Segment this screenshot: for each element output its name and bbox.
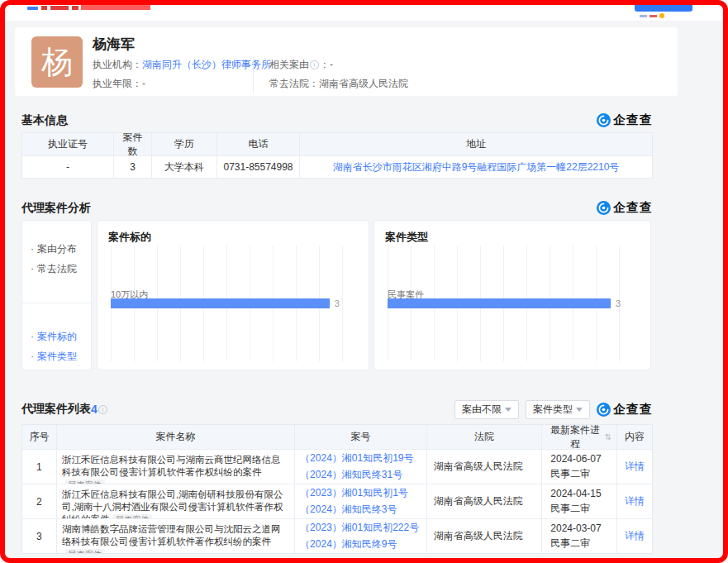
sidebar-item-cause-distribution[interactable]: 案由分布 [22,239,91,259]
sidebar-item-case-type[interactable]: 案件类型 [22,346,91,366]
account-link-fragment[interactable] [640,15,647,17]
chart-case-type: 案件类型 民事案件 3 [374,220,651,370]
case-type-tag: 民事案件 [112,514,152,518]
case-list-header: 代理案件列表4 案由不限 案件类型 企查查 [21,399,653,419]
court-cell: 湖南省高级人民法院 [427,450,543,484]
search-button-fragment[interactable] [635,5,692,12]
nav-text-fragment [72,6,79,10]
avatar: 杨 [31,36,83,88]
case-number-link[interactable]: （2024）湘知民终3号 [300,503,397,517]
case-number-cell: （2023）湘01知民初1号 （2024）湘知民终3号 [295,484,427,518]
address-link[interactable]: 湖南省长沙市雨花区湘府中路9号融程国际广场第一幢22层2210号 [333,160,620,174]
table-row: 3 湖南博皓数字品牌运营管理有限公司与沈阳云之道网络科技有限公司侵害计算机软件著… [22,518,652,553]
basic-info-table: 执业证号 案件数 学历 电话 地址 - 3 大学本科 0731-85574998… [21,132,653,179]
col-header-progress[interactable]: 最新案件进程⇅ [542,425,617,449]
court-cell: 湖南省高级人民法院 [427,484,543,518]
col-header-phone: 电话 [217,133,300,155]
progress-stage: 民事二审 [550,502,590,516]
sidebar-item-case-amount[interactable]: 案件标的 [22,327,91,346]
col-header-case-name: 案件名称 [57,425,295,449]
case-name-cell: 湖南博皓数字品牌运营管理有限公司与沈阳云之道网络科技有限公司侵害计算机软件著作权… [57,519,295,553]
education-value: 大学本科 [152,156,217,178]
info-icon[interactable] [310,60,319,69]
progress-cell: 2024-04-15 民事二审 [542,484,617,518]
vip-badge-icon [659,13,664,18]
case-list-table: 序号 案件名称 案号 法院 最新案件进程⇅ 内容 1 浙江禾匠信息科技有限公司与… [21,424,653,554]
bar-value-label: 3 [335,298,340,308]
row-number: 1 [22,450,57,484]
detail-link[interactable]: 详情 [625,460,645,474]
lawyer-profile-card: 杨 杨海军 执业机构：湖南同升（长沙）律师事务所 执业年限：- 相关案由：- 常… [15,27,678,96]
row-number: 3 [22,519,57,553]
related-cause-label: 相关案由 [269,59,309,70]
table-row: - 3 大学本科 0731-85574998 湖南省长沙市雨花区湘府中路9号融程… [22,155,652,178]
filter-case-type-dropdown[interactable]: 案件类型 [526,400,590,419]
qcc-logo-icon [597,113,611,127]
col-header-content: 内容 [617,425,652,449]
chart-plot-area: 10万以内 3 [111,246,359,361]
nav-text-fragment [41,6,47,10]
case-number-link[interactable]: （2023）湘01知民初222号 [300,521,419,535]
account-link-fragment[interactable] [649,15,657,17]
frequent-court-label: 常去法院： [269,78,319,89]
table-row: 1 浙江禾匠信息科技有限公司与湖南云商世纪网络信息科技有限公司侵害计算机软件著作… [22,449,652,484]
analysis-header: 代理案件分析 企查查 [21,200,653,216]
bar-case-amount[interactable] [111,298,330,308]
org-label: 执业机构： [93,59,142,70]
related-cause-value: - [330,59,333,70]
col-header-license: 执业证号 [22,133,114,155]
bar-value-label: 3 [616,298,621,308]
site-logo-fragment[interactable] [27,7,38,10]
bar-case-type[interactable] [388,298,611,308]
info-icon[interactable] [98,405,107,414]
basic-info-table-head: 执业证号 案件数 学历 电话 地址 [22,133,652,155]
filter-cause-dropdown[interactable]: 案由不限 [454,400,519,419]
progress-cell: 2024-06-07 民事二审 [542,450,617,484]
license-value: - [22,156,114,178]
org-row: 执业机构：湖南同升（长沙）律师事务所 [93,58,271,71]
qcc-logo-text: 企查查 [613,402,653,417]
sort-icon[interactable]: ⇅ [605,432,611,441]
phone-value: 0731-85574998 [217,156,300,178]
case-number-link[interactable]: （2024）湘01知民初19号 [300,451,413,465]
progress-date: 2024-03-07 [550,522,601,534]
col-header-address: 地址 [300,133,652,155]
case-list-table-body: 1 浙江禾匠信息科技有限公司与湖南云商世纪网络信息科技有限公司侵害计算机软件著作… [22,449,652,553]
case-name: 浙江禾匠信息科技有限公司与湖南云商世纪网络信息科技有限公司侵害计算机软件著作权纠… [62,455,281,477]
chart-title: 案件标的 [108,230,151,245]
section-title-basic-info: 基本信息 [21,113,68,128]
promo-banner-fragment [81,5,150,10]
frequent-court-value: 湖南省高级人民法院 [319,78,408,89]
basic-info-table-body: - 3 大学本科 0731-85574998 湖南省长沙市雨花区湘府中路9号融程… [22,155,652,178]
org-link[interactable]: 湖南同升（长沙）律师事务所 [142,59,271,70]
practice-years-row: 执业年限：- [93,77,145,90]
progress-stage: 民事二审 [550,467,590,481]
detail-link[interactable]: 详情 [625,494,645,508]
detail-link[interactable]: 详情 [625,529,645,543]
top-nav-bar [5,5,723,21]
case-type-tag: 民事案件 [65,480,105,484]
qcc-logo-icon [597,403,611,417]
chevron-down-icon [505,408,512,412]
practice-years-label: 执业年限： [93,78,142,89]
case-number-link[interactable]: （2024）湘知民终9号 [300,537,397,551]
chart-title: 案件类型 [385,230,428,245]
case-number-cell: （2024）湘01知民初19号 （2024）湘知民终31号 [295,450,427,484]
filter-case-type-label: 案件类型 [533,403,573,415]
related-cause-row: 相关案由：- [269,58,333,71]
case-type-tag: 民事案件 [65,549,105,553]
chevron-down-icon [576,408,583,412]
chart-case-amount: 案件标的 10万以内 3 [97,220,369,370]
case-number-link[interactable]: （2023）湘01知民初1号 [300,486,408,500]
case-name-cell: 浙江禾匠信息科技有限公司,湖南创研科技股份有限公司,湖南十八洞村酒业有限公司侵害… [57,484,295,518]
sidebar-item-frequent-court[interactable]: 常去法院 [22,259,91,279]
related-cause-colon: ： [320,59,330,70]
progress-cell: 2024-03-07 民事二审 [542,519,617,553]
qcc-logo: 企查查 [597,112,653,128]
case-number-link[interactable]: （2024）湘知民终31号 [300,468,402,482]
qcc-logo-text: 企查查 [613,112,653,128]
col-header-education: 学历 [152,133,217,155]
progress-stage: 民事二审 [550,537,590,551]
sidebar-divider [22,279,91,303]
case-count-value: 3 [114,156,152,178]
